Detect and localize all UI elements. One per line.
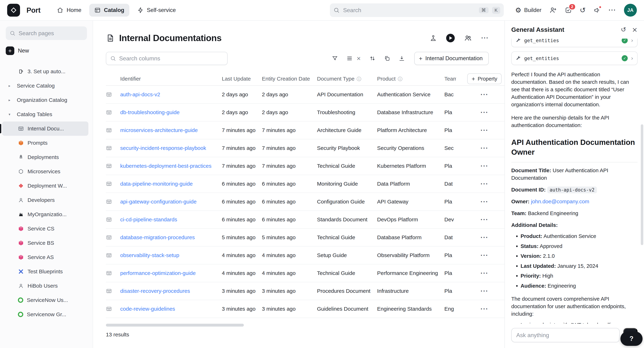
entity-identifier-link[interactable]: auth-api-docs-v2 bbox=[120, 91, 160, 97]
entity-identifier-link[interactable]: database-migration-procedures bbox=[120, 234, 195, 240]
entity-identifier-link[interactable]: microservices-architecture-guide bbox=[120, 127, 198, 133]
page-more-icon[interactable]: ··· bbox=[481, 35, 489, 41]
tool-call-chip[interactable]: get_entities ✓ › bbox=[511, 51, 638, 65]
table-row[interactable]: auth-api-docs-v2 2 days ago 2 days ago A… bbox=[106, 86, 504, 104]
row-actions-button[interactable]: ··· bbox=[480, 288, 488, 294]
row-actions-button[interactable]: ··· bbox=[480, 234, 488, 241]
sidebar-item-prompts[interactable]: Prompts bbox=[2, 136, 88, 150]
table-row[interactable]: database-migration-procedures 5 minutes … bbox=[106, 229, 504, 247]
sidebar-item-internal-documentations[interactable]: Internal Docu... bbox=[2, 122, 88, 136]
list-view-icon[interactable] bbox=[346, 55, 353, 62]
announcements-icon[interactable] bbox=[594, 6, 601, 14]
table-row[interactable]: observability-stack-setup 4 minutes ago … bbox=[106, 247, 504, 264]
table-row[interactable]: data-pipeline-monitoring-guide 6 minutes… bbox=[106, 175, 504, 193]
tool-call-chip[interactable]: get_entities ✓ › bbox=[511, 39, 638, 47]
entity-identifier-link[interactable]: observability-stack-setup bbox=[120, 252, 179, 258]
header-identifier[interactable]: Identifier bbox=[120, 76, 222, 82]
sidebar-item-myorganization[interactable]: MyOrganizatio... bbox=[2, 207, 88, 221]
scrollbar-thumb[interactable] bbox=[106, 324, 244, 327]
sidebar-item-servicenow-groups[interactable]: Servicenow Gr... bbox=[2, 307, 88, 322]
global-search[interactable]: ⌘ K bbox=[330, 3, 504, 17]
create-entity-button[interactable]: + Internal Documentation bbox=[414, 52, 489, 65]
row-actions-button[interactable]: ··· bbox=[480, 163, 488, 169]
table-row[interactable]: api-gateway-configuration-guide 6 minute… bbox=[106, 193, 504, 211]
entity-identifier-link[interactable]: data-pipeline-monitoring-guide bbox=[120, 181, 193, 187]
invite-users-icon[interactable] bbox=[549, 6, 557, 14]
table-row[interactable]: code-review-guidelines 3 minutes ago 3 m… bbox=[106, 300, 504, 318]
table-row[interactable]: disaster-recovery-procedures 3 minutes a… bbox=[106, 282, 504, 300]
entity-identifier-link[interactable]: disaster-recovery-procedures bbox=[120, 288, 190, 294]
tasks-icon[interactable]: 2 bbox=[565, 6, 572, 14]
row-actions-button[interactable]: ··· bbox=[480, 145, 488, 152]
table-row[interactable]: ci-cd-pipeline-standards 6 minutes ago 6… bbox=[106, 211, 504, 229]
sidebar-item-deployment-w[interactable]: Deployment W... bbox=[2, 179, 88, 193]
row-actions-button[interactable]: ··· bbox=[480, 252, 488, 259]
sidebar-item-test-blueprints[interactable]: Test Blueprints bbox=[2, 264, 88, 279]
play-button[interactable] bbox=[446, 34, 455, 42]
row-actions-button[interactable]: ··· bbox=[480, 127, 488, 134]
row-actions-button[interactable]: ··· bbox=[480, 91, 488, 98]
sidebar-item-hibob-users[interactable]: HiBob Users bbox=[2, 279, 88, 293]
row-actions-button[interactable]: ··· bbox=[480, 180, 488, 187]
row-actions-button[interactable]: ··· bbox=[480, 198, 488, 205]
sidebar-group-catalog-tables[interactable]: ▾ Catalog Tables bbox=[2, 107, 88, 122]
sort-icon[interactable] bbox=[369, 55, 376, 62]
sidebar-item-service-bs[interactable]: Service BS bbox=[2, 236, 88, 250]
column-search[interactable] bbox=[106, 52, 228, 65]
sidebar-item-microservices[interactable]: Microservices bbox=[2, 164, 88, 179]
sidebar-search-input[interactable] bbox=[18, 30, 83, 37]
entity-identifier-link[interactable]: security-incident-response-playbook bbox=[120, 145, 206, 151]
new-page-button[interactable]: + New bbox=[6, 46, 87, 55]
tab-self-service[interactable]: Self-service bbox=[132, 4, 181, 17]
sidebar-item-deployments[interactable]: Deployments bbox=[2, 150, 88, 164]
table-row[interactable]: performance-optimization-guide 4 minutes… bbox=[106, 264, 504, 282]
reset-icon[interactable]: ↺ bbox=[621, 26, 626, 33]
table-row[interactable]: security-incident-response-playbook 7 mi… bbox=[106, 139, 504, 157]
sidebar-item-servicenow-users[interactable]: ServiceNow Us... bbox=[2, 293, 88, 307]
table-row[interactable]: db-troubleshooting-guide 2 days ago 2 da… bbox=[106, 104, 504, 122]
global-search-input[interactable] bbox=[343, 7, 475, 13]
table-row[interactable]: microservices-architecture-guide 7 minut… bbox=[106, 122, 504, 139]
sidebar-group-service-catalog[interactable]: ▸ Service Catalog bbox=[2, 79, 88, 93]
row-actions-button[interactable]: ··· bbox=[480, 109, 488, 116]
entity-identifier-link[interactable]: db-troubleshooting-guide bbox=[120, 109, 180, 115]
tab-catalog[interactable]: Catalog bbox=[89, 4, 129, 17]
filter-icon[interactable] bbox=[332, 55, 338, 62]
row-actions-button[interactable]: ··· bbox=[480, 306, 488, 312]
user-avatar[interactable]: JA bbox=[624, 4, 637, 17]
download-icon[interactable] bbox=[398, 55, 405, 62]
header-product[interactable]: Productⓘ bbox=[377, 76, 444, 82]
owner-email-link[interactable]: john.doe@company.com bbox=[531, 198, 589, 204]
entity-identifier-link[interactable]: performance-optimization-guide bbox=[120, 270, 196, 276]
users-icon[interactable] bbox=[464, 34, 472, 42]
entity-identifier-link[interactable]: kubernetes-deployment-best-practices bbox=[120, 163, 212, 169]
row-actions-button[interactable]: ··· bbox=[480, 270, 488, 277]
sidebar-search[interactable] bbox=[6, 26, 87, 40]
sidebar-group-organization-catalog[interactable]: ▸ Organization Catalog bbox=[2, 93, 88, 107]
add-property-button[interactable]: + Property bbox=[467, 73, 502, 84]
help-button[interactable]: ? bbox=[620, 332, 642, 346]
column-search-input[interactable] bbox=[119, 55, 223, 62]
header-doc-type[interactable]: Document Typeⓘ bbox=[317, 76, 377, 82]
table-row[interactable]: kubernetes-deployment-best-practices 7 m… bbox=[106, 157, 504, 175]
sidebar-item-setup-guide[interactable]: 3. Set up auto... bbox=[2, 64, 88, 79]
copy-icon[interactable] bbox=[384, 55, 390, 62]
more-menu-icon[interactable]: ··· bbox=[608, 7, 616, 13]
builder-button[interactable]: ⚙ Builder bbox=[515, 7, 542, 13]
sidebar-item-service-cs[interactable]: Service CS bbox=[2, 221, 88, 236]
horizontal-scrollbar[interactable] bbox=[106, 324, 442, 327]
header-team[interactable]: Team bbox=[444, 76, 456, 82]
joystick-icon[interactable] bbox=[430, 34, 437, 42]
row-actions-button[interactable]: ··· bbox=[480, 216, 488, 223]
panel-scrollbar-thumb[interactable] bbox=[641, 124, 643, 245]
history-icon[interactable]: ↺ bbox=[580, 6, 586, 14]
sidebar-item-service-as[interactable]: Service AS bbox=[2, 250, 88, 264]
header-created[interactable]: Entity Creation Date bbox=[262, 76, 317, 82]
ask-input-wrap[interactable] bbox=[511, 328, 620, 342]
tab-home[interactable]: Home bbox=[52, 4, 86, 17]
port-logo[interactable] bbox=[7, 4, 20, 17]
clear-view-icon[interactable]: × bbox=[356, 56, 361, 61]
entity-identifier-link[interactable]: code-review-guidelines bbox=[120, 306, 175, 312]
header-last-update[interactable]: Last Update bbox=[222, 76, 262, 82]
entity-identifier-link[interactable]: ci-cd-pipeline-standards bbox=[120, 216, 177, 222]
